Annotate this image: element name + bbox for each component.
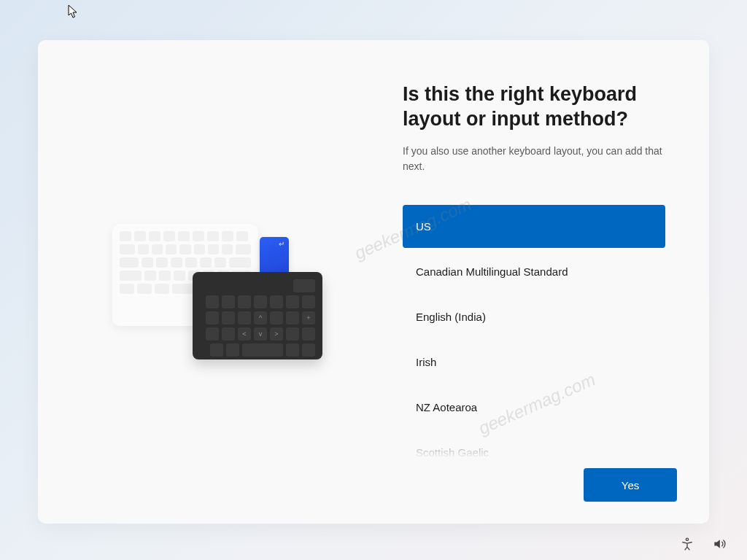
layout-option-english-india[interactable]: English (India) — [403, 295, 665, 338]
illustration-pane: ^+ <v> — [38, 40, 374, 524]
layout-option-scottish-gaelic[interactable]: Scottish Gaelic — [403, 431, 665, 459]
layout-option-us[interactable]: US — [403, 205, 665, 248]
svg-point-0 — [686, 538, 688, 540]
page-title: Is this the right keyboard layout or inp… — [403, 82, 665, 132]
keyboard-layout-list[interactable]: US Canadian Multilingual Standard Englis… — [403, 205, 665, 459]
oobe-card: ^+ <v> Is this the right keyboard layout… — [38, 40, 709, 524]
layout-option-label: Canadian Multilingual Standard — [416, 265, 568, 278]
layout-option-nz-aotearoa[interactable]: NZ Aotearoa — [403, 386, 665, 429]
layout-option-irish[interactable]: Irish — [403, 341, 665, 384]
layout-option-label: NZ Aotearoa — [416, 401, 477, 413]
page-subtitle: If you also use another keyboard layout,… — [403, 144, 665, 174]
layout-option-label: US — [416, 220, 431, 233]
keyboard-dark-icon: ^+ <v> — [193, 272, 322, 359]
layout-option-label: English (India) — [416, 311, 486, 323]
oobe-taskbar — [680, 537, 727, 551]
content-pane: Is this the right keyboard layout or inp… — [374, 40, 709, 524]
layout-option-label: Irish — [416, 356, 436, 368]
yes-button[interactable]: Yes — [584, 468, 677, 502]
cursor-icon — [68, 4, 78, 19]
volume-icon[interactable] — [712, 537, 727, 551]
layout-option-label: Scottish Gaelic — [416, 446, 489, 459]
accessibility-icon[interactable] — [680, 537, 694, 551]
keyboard-illustration: ^+ <v> — [112, 224, 324, 392]
layout-option-canadian-multilingual[interactable]: Canadian Multilingual Standard — [403, 250, 665, 293]
